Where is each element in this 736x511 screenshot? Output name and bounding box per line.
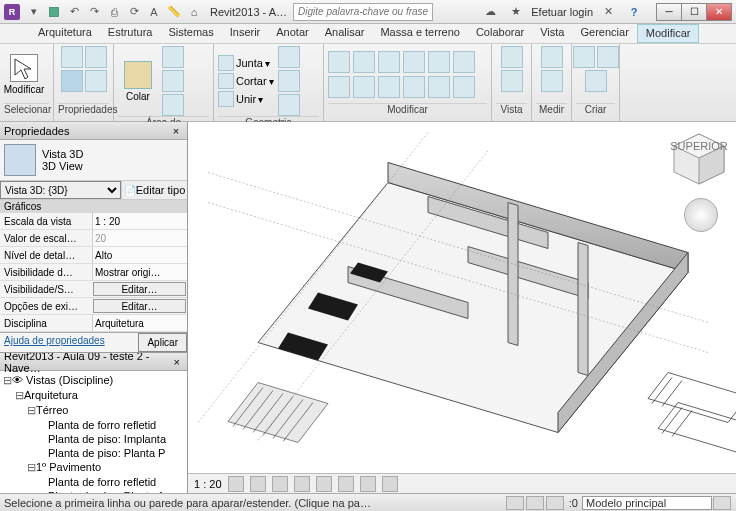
temp-hide-icon[interactable] [382,476,398,492]
property-row[interactable]: Visibilidade d…Mostrar origi… [0,264,187,281]
tab-sistemas[interactable]: Sistemas [160,24,221,43]
geom-b3[interactable] [278,94,300,116]
tree-node[interactable]: Planta de piso: Planta P [2,446,185,460]
properties-help-link[interactable]: Ajuda de propriedades [0,333,109,352]
worksets-icon[interactable] [506,496,524,510]
geom-b1[interactable] [278,46,300,68]
tree-node[interactable]: Planta de piso: Implanta [2,432,185,446]
property-row[interactable]: DisciplinaArquitetura [0,315,187,332]
mod-tool[interactable] [353,76,375,98]
qat-undo-icon[interactable]: ↶ [64,3,84,21]
mod-tool[interactable] [453,51,475,73]
keyword-search-input[interactable] [293,3,433,21]
view-b1[interactable] [501,46,523,68]
qat-open-icon[interactable]: ▾ [24,3,44,21]
match-button[interactable] [162,94,184,116]
view-scale[interactable]: 1 : 20 [194,478,222,490]
tree-root[interactable]: ⊟👁 Vistas (Discipline) [2,373,185,388]
browser-header[interactable]: Revit2013 - Aula 09 - teste 2 - Nave…× [0,353,187,371]
modify-tool-button[interactable]: Modificar [4,48,44,102]
exchange-icon[interactable]: ✕ [597,3,619,21]
property-row[interactable]: Visibilidade/S…Editar… [0,281,187,298]
mod-tool[interactable] [453,76,475,98]
editable-only-icon[interactable] [546,496,564,510]
view-b2[interactable] [501,70,523,92]
union-button[interactable]: Unir ▾ [218,91,274,107]
qat-measure-icon[interactable]: 📏 [164,3,184,21]
crop-region-icon[interactable] [338,476,354,492]
qat-save-icon[interactable] [44,3,64,21]
copy-button[interactable] [162,70,184,92]
property-row[interactable]: Nível de detal…Alto [0,247,187,264]
tab-gerenciar[interactable]: Gerenciar [573,24,637,43]
tree-node[interactable]: ⊟Térreo [2,403,185,418]
paste-button[interactable]: Colar [118,54,158,108]
design-options-icon[interactable] [526,496,544,510]
mod-tool[interactable] [328,51,350,73]
mod-tool[interactable] [328,76,350,98]
edit-type-button[interactable]: 📄 Editar tipo [121,181,187,199]
tab-arquitetura[interactable]: Arquitetura [30,24,100,43]
tree-node[interactable]: Planta de forro refletid [2,475,185,489]
qat-home-icon[interactable]: ⌂ [184,3,204,21]
crop-icon[interactable] [316,476,332,492]
viewcube[interactable]: SUPERIOR [668,128,730,190]
shadows-icon[interactable] [294,476,310,492]
close-icon[interactable]: × [170,356,183,368]
properties-header[interactable]: Propriedades× [0,122,187,140]
detail-level-icon[interactable] [228,476,244,492]
view-3d-canvas[interactable]: SUPERIOR 1 : 20 [188,122,736,493]
create-b1[interactable] [573,46,595,68]
property-row[interactable]: Opções de exi…Editar… [0,298,187,315]
tab-colaborar[interactable]: Colaborar [468,24,532,43]
tab-analisar[interactable]: Analisar [317,24,373,43]
property-row[interactable]: Valor de escal…20 [0,230,187,247]
group-graficos[interactable]: Gráficos [0,200,187,213]
props-btn-3[interactable] [61,70,83,92]
lock3d-icon[interactable] [360,476,376,492]
mod-tool[interactable] [378,51,400,73]
maximize-button[interactable]: ☐ [681,3,707,21]
subscription-icon[interactable]: ☁ [479,3,501,21]
property-row[interactable]: Escala da vista1 : 20 [0,213,187,230]
mod-tool[interactable] [378,76,400,98]
mod-tool[interactable] [403,76,425,98]
props-btn-4[interactable] [85,70,107,92]
tab-inserir[interactable]: Inserir [222,24,269,43]
qat-print-icon[interactable]: ⎙ [104,3,124,21]
tree-node[interactable]: ⊟Arquitetura [2,388,185,403]
qat-sync-icon[interactable]: ⟳ [124,3,144,21]
steering-wheel[interactable] [684,198,718,232]
close-button[interactable]: ✕ [706,3,732,21]
tab-modificar[interactable]: Modificar [637,24,700,43]
mod-tool[interactable] [428,76,450,98]
main-model-selector[interactable]: Modelo principal [582,496,712,510]
help-icon[interactable]: ? [623,3,645,21]
filter-icon[interactable] [713,496,731,510]
qat-redo-icon[interactable]: ↷ [84,3,104,21]
tree-node[interactable]: ⊟1º Pavimento [2,460,185,475]
sun-path-icon[interactable] [272,476,288,492]
app-icon[interactable]: R [4,4,20,20]
tree-node[interactable]: Planta de forro refletid [2,418,185,432]
props-btn-1[interactable] [61,46,83,68]
tab-massa[interactable]: Massa e terreno [372,24,467,43]
type-selector[interactable]: Vista 3D3D View [0,140,187,180]
close-icon[interactable]: × [169,125,183,137]
tab-estrutura[interactable]: Estrutura [100,24,161,43]
tab-anotar[interactable]: Anotar [268,24,316,43]
visual-style-icon[interactable] [250,476,266,492]
apply-button[interactable]: Aplicar [138,333,187,352]
star-icon[interactable]: ★ [505,3,527,21]
create-b2[interactable] [597,46,619,68]
cut-geom-button[interactable]: Cortar ▾ [218,73,274,89]
tab-vista[interactable]: Vista [532,24,572,43]
join-button[interactable]: Junta ▾ [218,55,274,71]
instance-selector[interactable]: Vista 3D: {3D} [0,181,121,199]
signin-link[interactable]: Efetuar login [531,6,593,18]
props-btn-2[interactable] [85,46,107,68]
mod-tool[interactable] [428,51,450,73]
minimize-button[interactable]: ─ [656,3,682,21]
geom-b2[interactable] [278,70,300,92]
qat-text-icon[interactable]: A [144,3,164,21]
